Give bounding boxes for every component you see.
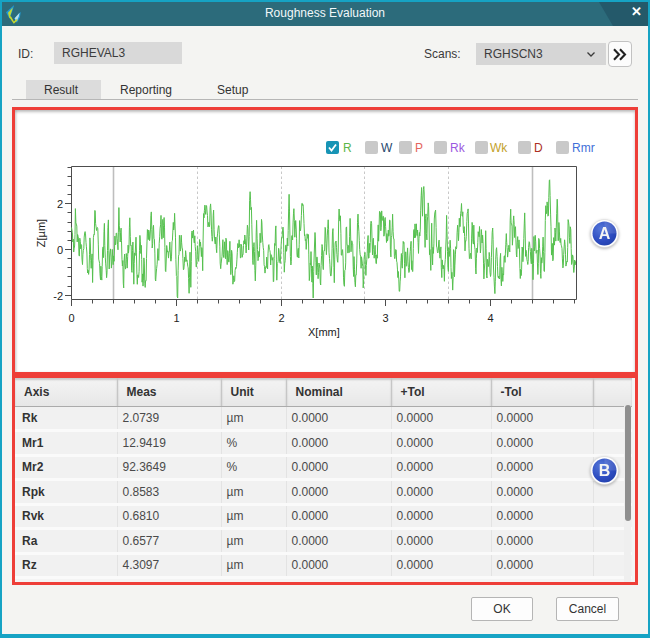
svg-text:2: 2 [278,312,284,324]
svg-text:4: 4 [487,312,493,324]
svg-text:A: A [599,225,611,242]
svg-text:-2: -2 [53,290,63,302]
svg-text:0: 0 [68,312,74,324]
svg-text:1: 1 [173,312,179,324]
svg-text:X[mm]: X[mm] [308,326,340,338]
svg-text:Z[µm]: Z[µm] [35,219,47,247]
svg-text:0: 0 [57,244,63,256]
svg-text:2: 2 [57,198,63,210]
svg-text:3: 3 [382,312,388,324]
svg-text:B: B [599,462,611,479]
